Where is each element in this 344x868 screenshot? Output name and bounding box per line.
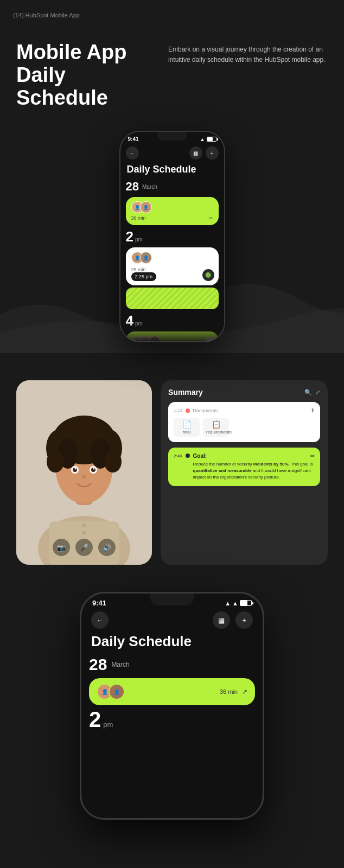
date-row-1: 28 March	[126, 180, 219, 194]
search-icon[interactable]: 🔍	[304, 389, 312, 396]
doc-time: 1:15	[174, 408, 182, 413]
avatar-2: 👤	[140, 201, 152, 213]
goal-label: Goal:	[193, 453, 207, 459]
hero-description: Embark on a visual journey through the c…	[168, 44, 328, 65]
schedule-content: 28 March 👤 👤 36 min ✏	[120, 180, 224, 341]
notch	[157, 132, 187, 141]
video-call-card: 📷 🎤 🔊	[16, 380, 152, 565]
date-number: 28	[126, 180, 139, 194]
nav-button-group: ▦ +	[189, 146, 219, 159]
header-label: (14) HubSpot Mobile App	[13, 12, 80, 18]
back-button[interactable]: ←	[126, 146, 139, 159]
file-icon-2: 📋	[206, 420, 226, 429]
signal-icon: ▲	[225, 600, 231, 607]
svg-rect-20	[82, 531, 86, 534]
schedule-title-large: Daily Schedule	[81, 633, 263, 655]
goal-text: Reduce the number of security incidents …	[193, 461, 315, 481]
plus-icon: +	[211, 150, 214, 156]
file-name-1: final	[183, 430, 191, 435]
event-duration-2: 25 min	[131, 267, 213, 272]
calendar-button-large[interactable]: ▦	[213, 611, 230, 629]
event-card-2[interactable]: 👤 👤 25 min 🟢 2:25 pm	[126, 247, 219, 285]
phone-frame-large: 9:41 ▲ ▲ ← ▦	[80, 592, 264, 820]
wifi-icon: ▲	[200, 137, 205, 142]
schedule-content-large: 28 March 👤 👤 36 min ↗ 2	[81, 655, 263, 818]
phone-frame-1: 9:41 ▲ ← ▦ +	[119, 131, 225, 342]
notch-large	[150, 593, 194, 605]
time-badge: 2:25 pm	[131, 272, 157, 281]
goal-section: 2:46 Goal: ✏ Reduce the number of securi…	[168, 448, 320, 486]
date-month-large: March	[111, 661, 129, 668]
date-number-large: 28	[89, 655, 107, 674]
date-month: March	[142, 184, 157, 190]
calendar-button[interactable]: ▦	[189, 146, 202, 159]
svg-point-17	[93, 468, 95, 470]
summary-panel: Summary 🔍 ⤢ 1:15 Documents: ⬆ 📄 final	[161, 380, 328, 565]
goal-indicator	[186, 454, 190, 458]
plus-icon-large: +	[242, 616, 246, 624]
calendar-icon: ▦	[193, 150, 198, 156]
add-button[interactable]: +	[206, 146, 219, 159]
section2: 📷 🎤 🔊 Summary 🔍 ⤢ 1:15 Doc	[0, 353, 344, 581]
goal-edit-icon[interactable]: ✏	[310, 453, 315, 459]
time-num-large: 2	[89, 709, 101, 730]
upload-icon[interactable]: ⬆	[310, 407, 315, 413]
doc-label: Documents:	[193, 408, 219, 413]
add-button-large[interactable]: +	[235, 611, 253, 629]
hero-title: Mobile App Daily Schedule	[16, 41, 157, 109]
video-controls: 📷 🎤 🔊	[53, 539, 116, 556]
phone-showcase: 9:41 ▲ ← ▦ +	[0, 120, 344, 353]
goal-header: Goal: ✏	[193, 453, 315, 459]
summary-header: Summary 🔍 ⤢	[168, 388, 320, 397]
event-info-right: 36 min ↗	[220, 688, 247, 695]
doc-file-1[interactable]: 📄 final	[174, 418, 200, 437]
doc-header: 1:15 Documents: ⬆	[174, 407, 315, 413]
phone-inner: 9:41 ▲ ← ▦ +	[120, 132, 224, 341]
video-toggle-button[interactable]: 📷	[53, 539, 70, 556]
phone-bottom-fade	[120, 320, 224, 341]
svg-point-10	[47, 451, 64, 473]
time-number-2: 2	[126, 228, 133, 245]
date-row-large: 28 March	[89, 655, 255, 674]
time-display: 9:41	[128, 136, 139, 142]
calendar-icon-large: ▦	[218, 616, 225, 624]
battery-icon	[207, 137, 216, 142]
speaker-toggle-button[interactable]: 🔊	[98, 539, 116, 556]
avatars-large: 👤 👤	[97, 684, 120, 700]
file-name-2: requirements	[206, 430, 232, 435]
event-duration-large: 36 min	[220, 688, 238, 695]
time-ampm-large: pm	[103, 720, 113, 729]
phone-large-inner: 9:41 ▲ ▲ ← ▦	[81, 593, 263, 818]
doc-indicator	[186, 409, 190, 413]
back-button-large[interactable]: ←	[91, 611, 109, 629]
doc-file-2[interactable]: 📋 requirements	[203, 418, 229, 437]
file-icon-1: 📄	[177, 420, 196, 429]
phone-nav: ← ▦ +	[120, 144, 224, 163]
status-icons: ▲	[200, 137, 216, 142]
time-display-large: 9:41	[92, 599, 106, 607]
stripes-pattern	[126, 288, 219, 309]
back-arrow-icon: ←	[97, 616, 104, 624]
phone-large-bottom-fade	[81, 796, 263, 818]
edit-icon-1[interactable]: ✏	[209, 215, 213, 221]
section3: 9:41 ▲ ▲ ← ▦	[0, 581, 344, 836]
striped-area	[126, 288, 219, 309]
event-card-large-1[interactable]: 👤 👤 36 min ↗	[89, 678, 255, 705]
time-label-2pm: 2 pm	[126, 228, 219, 245]
summary-title: Summary	[168, 388, 203, 397]
person-background	[16, 380, 152, 565]
event-card-1[interactable]: 👤 👤 36 min ✏	[126, 197, 219, 225]
summary-header-icons: 🔍 ⤢	[304, 389, 320, 396]
time-label-large-2pm: 2 pm	[89, 709, 255, 730]
mic-toggle-button[interactable]: 🎤	[75, 539, 93, 556]
doc-files: 📄 final 📋 requirements	[174, 418, 315, 437]
arrow-icon: ↗	[242, 688, 247, 695]
event-meta-1: 36 min ✏	[131, 215, 213, 221]
nav-large: ← ▦ +	[81, 609, 263, 633]
wifi-icon-large: ▲	[232, 600, 238, 607]
svg-point-11	[104, 451, 122, 473]
documents-section: 1:15 Documents: ⬆ 📄 final 📋 requirements	[168, 402, 320, 442]
camera-icon: 📷	[57, 544, 66, 552]
svg-point-16	[75, 468, 77, 470]
expand-icon[interactable]: ⤢	[315, 389, 320, 396]
